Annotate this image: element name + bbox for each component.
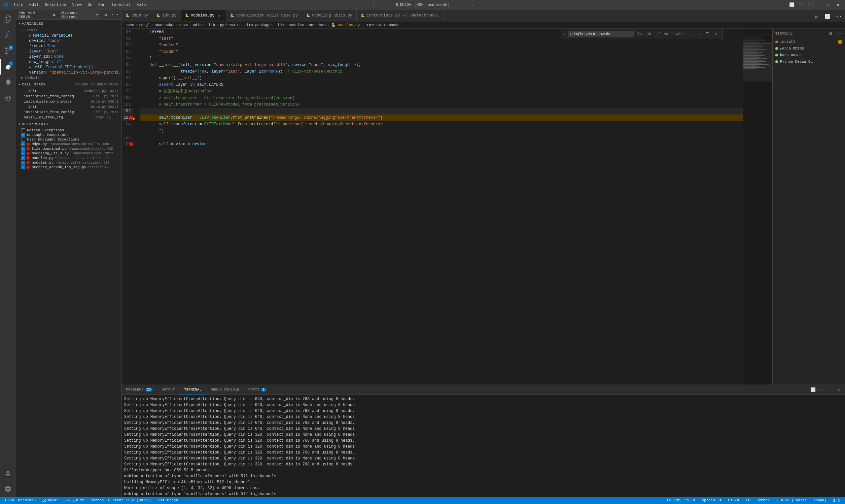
bp-ddpm[interactable]: ddpm.py ~/anaconda3/envs/odise/lib… 630 <box>16 142 121 146</box>
bp-checkbox[interactable] <box>21 161 25 165</box>
callstack-item[interactable]: instantiate_from_config util.py 79:1 <box>16 109 121 115</box>
panel-layout-btn[interactable]: ⬜ <box>809 386 816 394</box>
breadcrumb-envs[interactable]: envs <box>179 23 188 27</box>
panel-maximize-btn[interactable]: ↑ <box>827 386 834 394</box>
maximize-button[interactable]: ▭ <box>825 2 833 8</box>
status-ime[interactable]: S 英 <box>832 497 842 504</box>
callstack-item[interactable]: __init__ ddpm.py 563:1 <box>16 104 121 109</box>
layout-button[interactable]: ⬜ <box>788 2 796 8</box>
code-editor[interactable]: › Aa ab .* No results ↑ ↓ ☰ ✕ 90 <box>122 29 743 384</box>
bp-prepare[interactable]: prepare_ade20k_ins_seg.py datasets 40 <box>16 165 121 169</box>
status-remote[interactable]: ⚡ SSH: machine5 <box>3 497 37 504</box>
close-button[interactable]: ✕ <box>834 2 842 8</box>
tab-terminal[interactable]: TERMINAL <box>179 385 206 395</box>
tab-instantiate[interactable]: 🐍 instantiate.py ~/…/detectron2/… <box>357 10 445 21</box>
tab-ldm[interactable]: 🐍 ldm.py <box>152 10 180 21</box>
breakpoints-header[interactable]: ▾ BREAKPOINTS <box>16 120 121 128</box>
status-git-graph[interactable]: Git Graph <box>157 497 179 504</box>
find-next-button[interactable]: ↓ <box>695 30 703 38</box>
bp-modules-106[interactable]: modules.py ~/anaconda3/envs/odise/… 106 <box>16 160 121 165</box>
callstack-item[interactable]: instantiate_from_config util.py 79:1 <box>16 94 121 99</box>
find-input[interactable] <box>568 31 634 37</box>
var-layer[interactable]: layer: 'last' <box>16 49 121 54</box>
split-button[interactable]: ⬛ <box>806 2 815 8</box>
tab-tokenization[interactable]: 🐍 tokenization_utils_base.py <box>226 10 302 21</box>
status-language[interactable]: Python <box>755 497 771 504</box>
find-left-arrow[interactable]: › <box>564 32 566 36</box>
code-content[interactable]: LAYERS = [ "last", "pooled", <box>137 29 743 384</box>
run-config-selector[interactable]: Python: Current ▾ <box>60 11 100 19</box>
more-actions-button[interactable]: ··· <box>833 12 842 21</box>
find-match-whole-word-button[interactable]: ab <box>645 30 653 38</box>
status-spaces[interactable]: Spaces: 4 <box>701 497 723 504</box>
tab-debug-console[interactable]: DEBUG CONSOLE <box>206 385 244 395</box>
terminal-watch[interactable]: watch ODISE <box>773 45 845 52</box>
terminal-panel-action[interactable]: ⊞ <box>827 30 834 37</box>
breadcrumb-encoders[interactable]: encoders <box>309 23 326 27</box>
var-device[interactable]: device: 'cuda' <box>16 38 121 43</box>
variables-header[interactable]: ▾ VARIABLES <box>16 20 121 28</box>
menu-go[interactable]: Go <box>85 2 95 8</box>
menu-selection[interactable]: Selection <box>42 2 69 8</box>
var-freeze[interactable]: freeze: True <box>16 43 121 49</box>
locals-section[interactable]: ▾ Locals <box>16 28 121 33</box>
status-eol[interactable]: LF <box>744 497 751 504</box>
terminal-bash[interactable]: bash ODISE <box>773 52 845 58</box>
remote-icon[interactable] <box>0 90 16 106</box>
accounts-icon[interactable] <box>0 465 16 481</box>
uncaught-exceptions-checkbox[interactable] <box>21 133 25 137</box>
menu-edit[interactable]: Edit <box>27 2 41 8</box>
bp-file-download[interactable]: file_download.py ~/anaconda3/envs/o… 425 <box>16 146 121 151</box>
breadcrumb-lib[interactable]: lib <box>208 23 215 27</box>
breadcrumb-home[interactable]: home <box>125 23 134 27</box>
tab-ddpm[interactable]: 🐍 ddpm.py <box>122 10 152 21</box>
breadcrumb-modules[interactable]: modules <box>289 23 304 27</box>
callstack-item[interactable]: instantiate_cond_stage ddpm.py 630:1 <box>16 99 121 104</box>
tab-problems[interactable]: PROBLEMS 23 <box>122 385 157 395</box>
bp-checkbox[interactable] <box>21 147 25 151</box>
bp-modules-103[interactable]: modules.py ~/anaconda3/envs/odise/… 103 <box>16 156 121 160</box>
search-bar[interactable]: 🔍 ODISE [SSH: machine5] <box>373 2 472 8</box>
tab-modules[interactable]: 🐍 modules.py ✕ <box>181 10 226 21</box>
var-version[interactable]: version: 'openai/clip-vit-large-patch1..… <box>16 70 121 75</box>
tab-output[interactable]: OUTPUT <box>157 385 179 395</box>
var-special[interactable]: ▶ special variables <box>16 33 121 38</box>
globals-section[interactable]: ▶ Globals <box>16 75 121 80</box>
extensions-icon[interactable] <box>0 74 16 90</box>
explorer-icon[interactable] <box>0 11 16 27</box>
settings-icon[interactable] <box>0 481 16 497</box>
bp-modeling-utils[interactable]: modeling_utils.py ~/anaconda3/envs… 2077 <box>16 151 121 156</box>
breadcrumb-anaconda3[interactable]: anaconda3 <box>155 23 174 27</box>
callstack-header[interactable]: ▾ CALL STACK Paused on breakpoint <box>16 80 121 88</box>
callstack-item[interactable]: __init__ modules.py 103:1 <box>16 88 121 94</box>
search-activity-icon[interactable] <box>0 27 16 43</box>
tab-ports[interactable]: PORTS 1 <box>244 385 271 395</box>
debug-settings-button[interactable]: ⚙ <box>102 11 109 18</box>
tab-close-button[interactable]: ✕ <box>217 13 222 18</box>
run-file-button[interactable]: ▷ <box>812 12 821 21</box>
menu-file[interactable]: File <box>11 2 26 8</box>
status-position[interactable]: Ln 102, Col 9 <box>666 497 697 504</box>
menu-terminal[interactable]: Terminal <box>109 2 133 8</box>
user-uncaught-exceptions-item[interactable]: User Uncaught Exceptions <box>16 137 121 142</box>
uncaught-exceptions-item[interactable]: Uncaught Exceptions <box>16 132 121 137</box>
split-editor-button[interactable]: ⬜ <box>823 12 832 21</box>
status-branch[interactable]: ⎇ main* <box>41 497 60 504</box>
status-python-version[interactable]: 3.9.18 ('odise': conda) <box>775 497 828 504</box>
minimize-button[interactable]: — <box>815 2 824 8</box>
breadcrumb-file[interactable]: 🐍 modules.py <box>331 23 360 27</box>
run-play-button[interactable]: ▶ <box>51 11 58 18</box>
debug-icon[interactable]: 1 <box>0 59 16 74</box>
find-close-button[interactable]: ✕ <box>712 30 720 38</box>
find-prev-button[interactable]: ↑ <box>688 30 695 38</box>
menu-help[interactable]: Help <box>134 2 149 8</box>
bp-ddpm-checkbox[interactable] <box>21 142 25 146</box>
breadcrumb-python[interactable]: python3.9 <box>220 23 239 27</box>
debug-more-button[interactable]: ··· <box>111 11 119 18</box>
raised-exceptions-item[interactable]: Raised Exceptions <box>16 128 121 132</box>
breadcrumb-ldm[interactable]: ldm <box>277 23 284 27</box>
var-self[interactable]: ▶ self: FrozenCLIPEmbedder() <box>16 65 121 70</box>
status-encoding[interactable]: UTF-8 <box>727 497 740 504</box>
menu-run[interactable]: Run <box>96 2 108 8</box>
raised-exceptions-checkbox[interactable] <box>21 128 25 132</box>
